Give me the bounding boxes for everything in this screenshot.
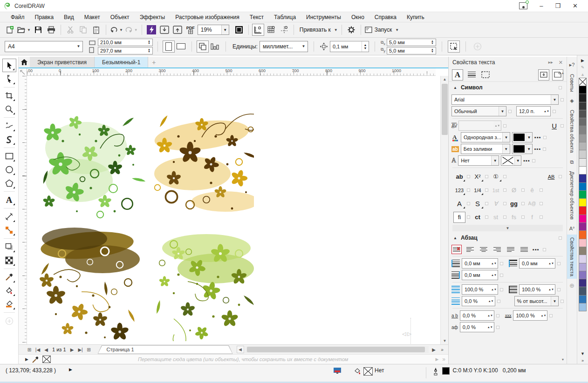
menu-item[interactable]: Таблица (269, 13, 301, 21)
color-swatch[interactable] (579, 126, 587, 134)
rectangle-tool[interactable] (2, 149, 16, 163)
opentype-swash-button[interactable]: S (472, 198, 484, 209)
snap-to-dropdown[interactable]: Привязать к▼ (297, 24, 338, 36)
menu-item[interactable]: Макет (79, 13, 105, 21)
docpalette-no-color-swatch[interactable] (42, 356, 51, 363)
opentype-fraction-button[interactable]: 1/4 (472, 185, 484, 196)
indent-right-spinner[interactable]: 0,0 мм▲▼ (462, 270, 498, 280)
alignment-settings-button[interactable]: ▪▪▪ (533, 247, 540, 252)
launch-dropdown[interactable]: Запуск▼ (364, 24, 399, 36)
interactive-fill-tool[interactable] (2, 284, 16, 297)
menu-item[interactable]: Купить (402, 13, 430, 21)
color-swatch[interactable] (579, 271, 587, 279)
connector-tool[interactable] (2, 223, 16, 237)
drawing-canvas[interactable]: ◁ ▷ (27, 76, 440, 344)
print-button[interactable] (45, 24, 57, 36)
fill-type-combo[interactable]: Однородная з...▼ (461, 132, 510, 142)
all-pages-button[interactable] (197, 40, 209, 53)
color-swatch[interactable] (579, 255, 587, 263)
hscroll-left-button[interactable]: ◀ (237, 346, 244, 353)
docker-tab-object-properties[interactable]: Свойства объекта (569, 107, 575, 155)
paragraph-mode-button[interactable] (466, 69, 477, 81)
color-swatch[interactable] (579, 198, 587, 207)
section-paragraph[interactable]: ▲ Абзац (449, 232, 567, 243)
font-size-spinner[interactable]: 12,0 п.▲▼ (516, 106, 551, 116)
color-swatch[interactable] (579, 110, 587, 118)
indent-left-spinner[interactable]: 0,0 мм▲▼ (462, 258, 498, 269)
menu-item[interactable]: Текст (245, 13, 269, 21)
palette-scroll-down[interactable]: ▼ (581, 350, 585, 357)
palette-eyedropper-icon[interactable]: ✎ (581, 64, 585, 71)
no-color-swatch[interactable] (579, 78, 587, 86)
text-tool[interactable]: A (2, 193, 16, 207)
object-properties-icon[interactable]: ◈ (570, 94, 574, 107)
duplicate-y-spinner[interactable]: 5,0 мм▲▼ (387, 47, 436, 54)
duplicate-x-spinner[interactable]: 5,0 мм▲▼ (387, 39, 436, 46)
color-swatch[interactable] (579, 102, 587, 110)
page-tab[interactable]: Страница 1 (98, 345, 233, 354)
docker-tab-tips[interactable]: Советы (569, 71, 575, 94)
docker-tab-text-properties[interactable]: Свойства текста (567, 235, 577, 279)
outline-settings-button[interactable]: ▪▪▪ (523, 158, 530, 163)
fullscreen-preview-button[interactable] (233, 24, 245, 36)
color-eyedropper-tool[interactable] (2, 270, 16, 284)
portrait-button[interactable] (163, 40, 175, 53)
underline-button[interactable]: U (552, 122, 557, 130)
show-rulers-toggle[interactable] (252, 24, 264, 36)
sign-in-icon[interactable] (519, 2, 527, 9)
align-force-justify-button[interactable] (519, 245, 529, 254)
menu-item[interactable]: Окно (346, 13, 369, 21)
fill-color-picker[interactable]: ▼ (512, 132, 533, 142)
minimize-button[interactable]: – (540, 2, 543, 9)
docker-close-button[interactable]: ✕ (559, 60, 563, 66)
horizontal-ruler[interactable]: 0001002003004005006007008009001000 (27, 68, 436, 76)
canvas-horizontal-scrollbar[interactable] (245, 346, 429, 353)
menu-item[interactable]: Растровые изображения (170, 13, 245, 21)
docker-scrollbar[interactable]: ▲ ▼ (560, 70, 566, 362)
color-swatch[interactable] (579, 222, 587, 231)
tab-welcome-screen[interactable]: Экран приветствия (30, 57, 95, 67)
font-style-combo[interactable]: Обычный▼ (451, 106, 506, 116)
save-button[interactable] (32, 24, 44, 36)
close-button[interactable]: ✕ (573, 2, 578, 9)
import-button[interactable] (158, 24, 171, 36)
maximize-button[interactable]: ❒ (555, 2, 561, 9)
page-width-spinner[interactable]: 210,0 мм▲▼ (98, 39, 153, 46)
next-page-button[interactable]: ▶ (68, 347, 76, 352)
color-swatch[interactable] (579, 166, 587, 175)
docpalette-eyedropper-icon[interactable] (32, 356, 39, 363)
color-proof-icon[interactable] (333, 367, 342, 374)
prev-page-button[interactable]: ◀ (42, 347, 50, 352)
color-swatch[interactable] (579, 279, 587, 287)
font-family-combo[interactable]: Arial▼ (451, 94, 559, 105)
docpalette-flyout-arrow[interactable]: ▶ (25, 357, 28, 362)
tab-untitled-1[interactable]: Безымянный-1 (95, 57, 148, 67)
dimension-tool[interactable] (2, 210, 16, 223)
fill-settings-button[interactable]: ▪▪▪ (534, 134, 541, 140)
docpalette-scroll-right[interactable]: ▶ (435, 357, 438, 362)
menu-item[interactable]: Справка (369, 13, 402, 21)
home-tab[interactable] (19, 57, 30, 67)
color-swatch[interactable] (579, 230, 587, 239)
color-swatch[interactable] (579, 239, 587, 247)
open-button[interactable]: ▼ (17, 24, 31, 36)
page-center-handle[interactable]: ◁ ▷ (402, 331, 411, 337)
color-swatch[interactable] (579, 263, 587, 271)
ruler-origin-icon[interactable] (19, 68, 27, 76)
search-content-button[interactable] (145, 24, 157, 36)
color-swatch[interactable] (579, 182, 587, 191)
treat-as-filled-button[interactable] (448, 40, 460, 53)
align-right-button[interactable] (492, 245, 502, 254)
add-page-before-button[interactable]: ⊞ (25, 347, 34, 352)
align-center-button[interactable] (479, 245, 489, 254)
palette-overflow-button[interactable]: » (581, 357, 584, 364)
publish-pdf-button[interactable]: PDF (185, 24, 197, 36)
artistic-media-tool[interactable] (2, 133, 16, 146)
color-swatch[interactable] (579, 174, 587, 182)
indent-first-line-spinner[interactable]: 0,0 мм▲▼ (519, 258, 555, 269)
import-properties-button[interactable] (538, 69, 549, 81)
options-gear-button[interactable] (345, 24, 357, 36)
section-character[interactable]: ▲ Символ (449, 82, 567, 93)
word-spacing-spinner[interactable]: 0,0 %▲▼ (460, 310, 494, 321)
color-swatch[interactable] (579, 303, 587, 311)
